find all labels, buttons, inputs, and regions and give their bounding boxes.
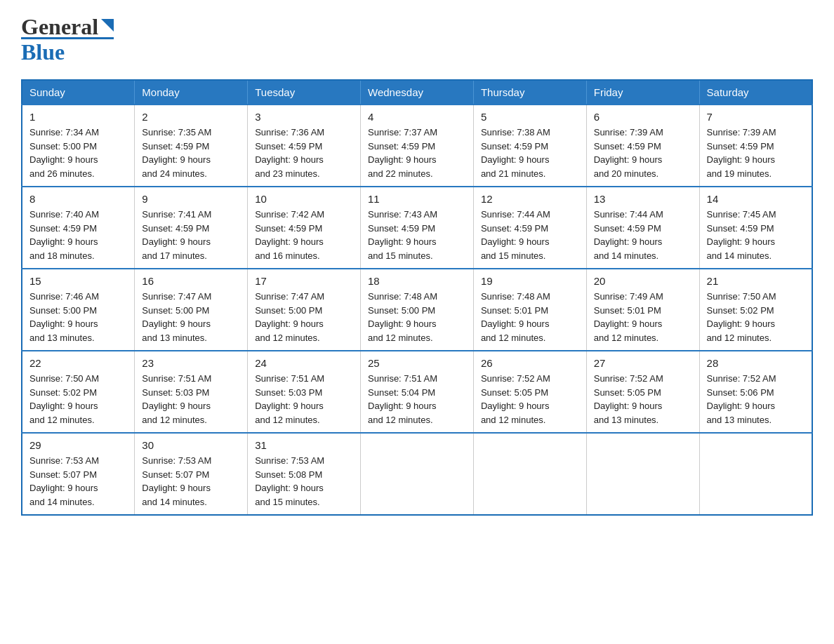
calendar-cell: 11Sunrise: 7:43 AMSunset: 4:59 PMDayligh…	[361, 187, 474, 269]
day-info: Sunrise: 7:38 AMSunset: 4:59 PMDaylight:…	[481, 126, 579, 180]
calendar-cell: 19Sunrise: 7:48 AMSunset: 5:01 PMDayligh…	[473, 269, 586, 351]
calendar-cell: 21Sunrise: 7:50 AMSunset: 5:02 PMDayligh…	[699, 269, 812, 351]
page-header: General Blue	[21, 14, 813, 65]
header-saturday: Saturday	[699, 80, 812, 105]
calendar-table: SundayMondayTuesdayWednesdayThursdayFrid…	[21, 79, 813, 516]
logo-general-text: General	[21, 14, 98, 40]
day-number: 26	[481, 357, 579, 369]
day-info: Sunrise: 7:52 AMSunset: 5:06 PMDaylight:…	[707, 372, 805, 427]
week-row-5: 29Sunrise: 7:53 AMSunset: 5:07 PMDayligh…	[22, 433, 812, 515]
day-info: Sunrise: 7:37 AMSunset: 4:59 PMDaylight:…	[368, 126, 466, 180]
svg-marker-0	[101, 19, 114, 32]
day-number: 20	[594, 275, 692, 287]
day-info: Sunrise: 7:51 AMSunset: 5:03 PMDaylight:…	[142, 372, 240, 427]
calendar-cell: 15Sunrise: 7:46 AMSunset: 5:00 PMDayligh…	[22, 269, 135, 351]
day-number: 13	[594, 193, 692, 205]
day-info: Sunrise: 7:42 AMSunset: 4:59 PMDaylight:…	[255, 208, 353, 262]
day-info: Sunrise: 7:51 AMSunset: 5:04 PMDaylight:…	[368, 372, 466, 427]
day-number: 8	[29, 193, 127, 205]
week-row-1: 1Sunrise: 7:34 AMSunset: 5:00 PMDaylight…	[22, 105, 812, 187]
day-info: Sunrise: 7:51 AMSunset: 5:03 PMDaylight:…	[255, 372, 353, 427]
day-number: 17	[255, 275, 353, 287]
day-info: Sunrise: 7:35 AMSunset: 4:59 PMDaylight:…	[142, 126, 240, 180]
logo: General Blue	[21, 14, 114, 65]
calendar-cell: 9Sunrise: 7:41 AMSunset: 4:59 PMDaylight…	[135, 187, 248, 269]
calendar-cell	[473, 433, 586, 515]
day-info: Sunrise: 7:50 AMSunset: 5:02 PMDaylight:…	[707, 290, 805, 344]
calendar-cell: 7Sunrise: 7:39 AMSunset: 4:59 PMDaylight…	[699, 105, 812, 187]
header-monday: Monday	[135, 80, 248, 105]
calendar-cell	[699, 433, 812, 515]
calendar-cell: 22Sunrise: 7:50 AMSunset: 5:02 PMDayligh…	[22, 351, 135, 433]
day-info: Sunrise: 7:43 AMSunset: 4:59 PMDaylight:…	[368, 208, 466, 262]
day-number: 19	[481, 275, 579, 287]
day-number: 25	[368, 357, 466, 369]
calendar-cell: 23Sunrise: 7:51 AMSunset: 5:03 PMDayligh…	[135, 351, 248, 433]
day-number: 21	[707, 275, 805, 287]
calendar-cell: 10Sunrise: 7:42 AMSunset: 4:59 PMDayligh…	[248, 187, 361, 269]
day-number: 24	[255, 357, 353, 369]
day-info: Sunrise: 7:36 AMSunset: 4:59 PMDaylight:…	[255, 126, 353, 180]
calendar-cell: 5Sunrise: 7:38 AMSunset: 4:59 PMDaylight…	[473, 105, 586, 187]
day-number: 23	[142, 357, 240, 369]
calendar-cell: 6Sunrise: 7:39 AMSunset: 4:59 PMDaylight…	[586, 105, 699, 187]
calendar-cell: 31Sunrise: 7:53 AMSunset: 5:08 PMDayligh…	[248, 433, 361, 515]
day-info: Sunrise: 7:48 AMSunset: 5:01 PMDaylight:…	[481, 290, 579, 344]
calendar-cell: 16Sunrise: 7:47 AMSunset: 5:00 PMDayligh…	[135, 269, 248, 351]
day-number: 22	[29, 357, 127, 369]
calendar-cell: 8Sunrise: 7:40 AMSunset: 4:59 PMDaylight…	[22, 187, 135, 269]
header-sunday: Sunday	[22, 80, 135, 105]
calendar-cell: 3Sunrise: 7:36 AMSunset: 4:59 PMDaylight…	[248, 105, 361, 187]
day-number: 12	[481, 193, 579, 205]
header-tuesday: Tuesday	[248, 80, 361, 105]
header-friday: Friday	[586, 80, 699, 105]
calendar-cell: 17Sunrise: 7:47 AMSunset: 5:00 PMDayligh…	[248, 269, 361, 351]
day-info: Sunrise: 7:48 AMSunset: 5:00 PMDaylight:…	[368, 290, 466, 344]
day-info: Sunrise: 7:52 AMSunset: 5:05 PMDaylight:…	[481, 372, 579, 427]
calendar-cell	[586, 433, 699, 515]
day-number: 18	[368, 275, 466, 287]
day-number: 31	[255, 439, 353, 451]
day-number: 29	[29, 439, 127, 451]
calendar-cell: 14Sunrise: 7:45 AMSunset: 4:59 PMDayligh…	[699, 187, 812, 269]
calendar-cell: 30Sunrise: 7:53 AMSunset: 5:07 PMDayligh…	[135, 433, 248, 515]
day-number: 2	[142, 111, 240, 123]
day-number: 6	[594, 111, 692, 123]
day-number: 3	[255, 111, 353, 123]
day-info: Sunrise: 7:44 AMSunset: 4:59 PMDaylight:…	[594, 208, 692, 262]
day-number: 10	[255, 193, 353, 205]
day-info: Sunrise: 7:39 AMSunset: 4:59 PMDaylight:…	[594, 126, 692, 180]
header-wednesday: Wednesday	[361, 80, 474, 105]
header-thursday: Thursday	[473, 80, 586, 105]
calendar-cell: 27Sunrise: 7:52 AMSunset: 5:05 PMDayligh…	[586, 351, 699, 433]
calendar-header-row: SundayMondayTuesdayWednesdayThursdayFrid…	[22, 80, 812, 105]
day-info: Sunrise: 7:34 AMSunset: 5:00 PMDaylight:…	[29, 126, 127, 180]
day-number: 5	[481, 111, 579, 123]
day-number: 28	[707, 357, 805, 369]
calendar-cell: 12Sunrise: 7:44 AMSunset: 4:59 PMDayligh…	[473, 187, 586, 269]
calendar-cell: 1Sunrise: 7:34 AMSunset: 5:00 PMDaylight…	[22, 105, 135, 187]
day-number: 1	[29, 111, 127, 123]
day-info: Sunrise: 7:39 AMSunset: 4:59 PMDaylight:…	[707, 126, 805, 180]
calendar-cell: 4Sunrise: 7:37 AMSunset: 4:59 PMDaylight…	[361, 105, 474, 187]
day-info: Sunrise: 7:49 AMSunset: 5:01 PMDaylight:…	[594, 290, 692, 344]
day-info: Sunrise: 7:44 AMSunset: 4:59 PMDaylight:…	[481, 208, 579, 262]
day-info: Sunrise: 7:47 AMSunset: 5:00 PMDaylight:…	[142, 290, 240, 344]
calendar-cell: 26Sunrise: 7:52 AMSunset: 5:05 PMDayligh…	[473, 351, 586, 433]
calendar-cell: 20Sunrise: 7:49 AMSunset: 5:01 PMDayligh…	[586, 269, 699, 351]
week-row-4: 22Sunrise: 7:50 AMSunset: 5:02 PMDayligh…	[22, 351, 812, 433]
day-info: Sunrise: 7:47 AMSunset: 5:00 PMDaylight:…	[255, 290, 353, 344]
day-info: Sunrise: 7:41 AMSunset: 4:59 PMDaylight:…	[142, 208, 240, 262]
day-info: Sunrise: 7:45 AMSunset: 4:59 PMDaylight:…	[707, 208, 805, 262]
day-info: Sunrise: 7:46 AMSunset: 5:00 PMDaylight:…	[29, 290, 127, 344]
day-number: 14	[707, 193, 805, 205]
day-number: 7	[707, 111, 805, 123]
calendar-cell: 13Sunrise: 7:44 AMSunset: 4:59 PMDayligh…	[586, 187, 699, 269]
calendar-cell: 24Sunrise: 7:51 AMSunset: 5:03 PMDayligh…	[248, 351, 361, 433]
calendar-cell	[361, 433, 474, 515]
calendar-cell: 25Sunrise: 7:51 AMSunset: 5:04 PMDayligh…	[361, 351, 474, 433]
calendar-cell: 18Sunrise: 7:48 AMSunset: 5:00 PMDayligh…	[361, 269, 474, 351]
day-info: Sunrise: 7:52 AMSunset: 5:05 PMDaylight:…	[594, 372, 692, 427]
day-info: Sunrise: 7:50 AMSunset: 5:02 PMDaylight:…	[29, 372, 127, 427]
logo-triangle-icon	[98, 16, 114, 34]
